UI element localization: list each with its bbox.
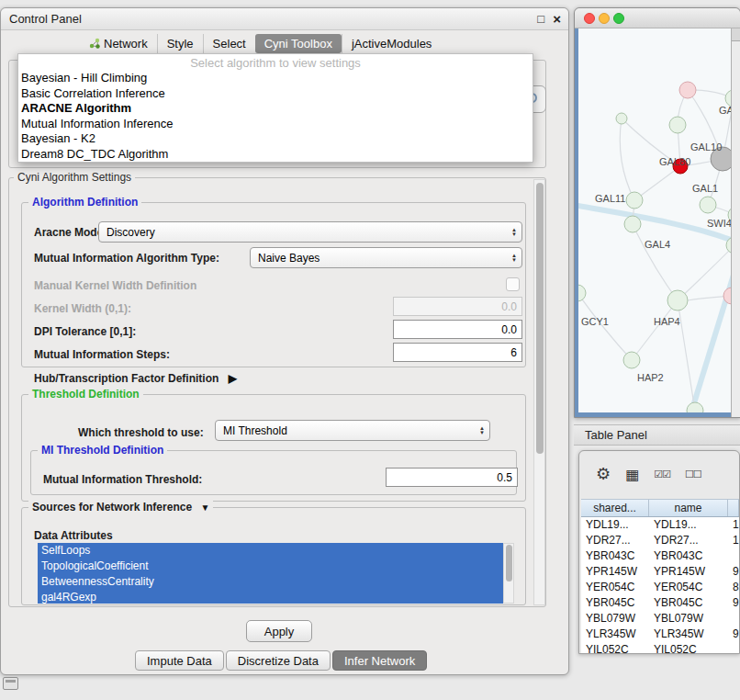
table-row[interactable]: YBR045C YBR045C 9. xyxy=(581,595,739,611)
which-threshold-select[interactable]: MI Threshold ▲▼ xyxy=(215,420,490,441)
network-node[interactable] xyxy=(626,192,643,209)
settings-scrollbar-thumb[interactable] xyxy=(536,183,544,454)
network-edge xyxy=(632,300,678,360)
collapse-arrow-icon: ▼ xyxy=(200,502,209,513)
node-label: SWI4 xyxy=(707,218,731,229)
panel-toggle-icon[interactable] xyxy=(3,677,18,690)
attribute-item-selected[interactable]: BetweennessCentrality xyxy=(38,574,503,590)
network-view-window: GAL80 GAL10 GAL11 GAL1 SWI4 GAL4 GCY1 HA… xyxy=(574,7,740,418)
table-header-row: shared... name xyxy=(581,499,739,517)
control-panel-titlebar: Control Panel □ × xyxy=(1,8,568,30)
table-row[interactable]: YER054C YER054C 8. xyxy=(581,580,739,595)
network-node[interactable] xyxy=(623,352,640,368)
tab-style[interactable]: Style xyxy=(157,34,203,53)
cell-shared-name: YBL079W xyxy=(581,611,649,627)
network-node[interactable] xyxy=(667,290,688,310)
minimize-button[interactable] xyxy=(599,13,610,24)
hub-section-toggle[interactable]: Hub/Transcription Factor Definition ▶ xyxy=(34,372,237,385)
network-graph: GAL80 GAL10 GAL11 GAL1 SWI4 GAL4 GCY1 HA… xyxy=(578,28,731,412)
algorithm-option[interactable]: Dream8 DC_TDC Algorithm xyxy=(20,147,531,163)
cell-value: 13 xyxy=(728,517,739,533)
expand-arrow-icon: ▶ xyxy=(229,372,237,385)
gear-icon[interactable]: ⚙ xyxy=(596,464,611,484)
cell-name: YLR345W xyxy=(649,627,728,642)
column-header[interactable]: shared... xyxy=(581,500,649,516)
sources-section-toggle[interactable]: Sources for Network Inference ▼ xyxy=(28,501,213,514)
tab-label: jActiveModules xyxy=(352,37,432,51)
attribute-item-selected[interactable]: SelfLoops xyxy=(38,543,503,559)
tab-impute-data[interactable]: Impute Data xyxy=(135,650,224,671)
cell-value xyxy=(728,642,739,653)
network-scrollbar-button[interactable] xyxy=(732,28,740,41)
attribute-item-selected[interactable]: gal4RGexp xyxy=(38,590,503,604)
mi-threshold-value: 0.5 xyxy=(497,471,512,484)
tab-label: Network xyxy=(104,37,148,51)
data-attributes-label: Data Attributes xyxy=(34,529,113,542)
close-icon[interactable]: × xyxy=(553,8,561,30)
column-header[interactable]: name xyxy=(649,500,728,516)
tab-label: Impute Data xyxy=(147,654,212,668)
mi-steps-field[interactable]: 6 xyxy=(393,343,522,362)
attribute-item-selected[interactable]: TopologicalCoefficient xyxy=(38,559,503,574)
cell-value: 9. xyxy=(728,627,739,642)
zoom-button[interactable] xyxy=(613,13,624,24)
node-label: GCY1 xyxy=(581,316,609,327)
manual-kernel-checkbox[interactable] xyxy=(506,277,520,291)
network-node[interactable] xyxy=(578,285,586,301)
table-row[interactable]: YDR27... YDR27... 12 xyxy=(581,533,739,548)
node-label: GAL80 xyxy=(659,156,690,167)
column-header[interactable] xyxy=(728,500,739,516)
table-row[interactable]: YBR043C YBR043C xyxy=(581,548,739,564)
table-row[interactable]: YPR145W YPR145W 9. xyxy=(581,564,739,580)
algorithm-option[interactable]: Mutual Information Inference xyxy=(20,117,531,132)
attributes-scrollbar-thumb[interactable] xyxy=(506,545,512,581)
table-row[interactable]: YIL052C YIL052C xyxy=(581,642,739,653)
algorithm-option[interactable]: Basic Correlation Inference xyxy=(20,86,531,102)
aracne-mode-select[interactable]: Discovery ▲▼ xyxy=(98,221,522,243)
network-node[interactable] xyxy=(679,82,696,98)
table-panel-window: ⚙ ▦ ☑☑ ☐☐ shared... name YDL19... YDL19.… xyxy=(578,450,740,654)
cell-name: YBR045C xyxy=(649,595,728,611)
network-node[interactable] xyxy=(616,113,627,124)
network-canvas[interactable]: GAL80 GAL10 GAL11 GAL1 SWI4 GAL4 GCY1 HA… xyxy=(578,28,731,412)
network-scrollbar[interactable] xyxy=(731,28,740,417)
node-label: GAL4 xyxy=(645,239,670,250)
node-label: GAL10 xyxy=(690,141,722,152)
kernel-width-field[interactable]: 0.0 xyxy=(393,297,522,316)
attributes-scrollbar[interactable] xyxy=(503,543,514,604)
dpi-tolerance-value: 0.0 xyxy=(501,323,517,336)
tab-cyni-toolbox[interactable]: Cyni Toolbox xyxy=(255,34,342,53)
tab-network[interactable]: Network xyxy=(80,34,157,53)
manual-kernel-label: Manual Kernel Width Definition xyxy=(34,279,196,292)
tab-jactivemodules[interactable]: jActiveModules xyxy=(342,34,441,53)
table-row[interactable]: YDL19... YDL19... 13 xyxy=(581,517,739,533)
which-threshold-value: MI Threshold xyxy=(223,424,287,437)
network-node[interactable] xyxy=(669,117,686,133)
dpi-tolerance-field[interactable]: 0.0 xyxy=(393,320,522,339)
mi-algorithm-type-select[interactable]: Naive Bayes ▲▼ xyxy=(250,247,522,268)
table-row[interactable]: YLR345W YLR345W 9. xyxy=(581,627,739,642)
network-node[interactable] xyxy=(700,197,716,213)
cyni-settings-title: Cyni Algorithm Settings xyxy=(14,171,135,184)
algorithm-option[interactable]: Bayesian - K2 xyxy=(20,131,531,147)
unselect-all-columns-icon[interactable]: ☐☐ xyxy=(685,469,701,480)
node-label: HAP2 xyxy=(637,372,664,383)
algorithm-option[interactable]: Bayesian - Hill Climbing xyxy=(20,71,531,86)
table-row[interactable]: YBL079W YBL079W xyxy=(581,611,739,627)
minimize-icon[interactable]: □ xyxy=(537,8,544,30)
mi-threshold-field[interactable]: 0.5 xyxy=(386,468,518,487)
tab-infer-network[interactable]: Infer Network xyxy=(332,650,427,671)
apply-button[interactable]: Apply xyxy=(246,620,312,642)
settings-scrollbar[interactable] xyxy=(533,179,545,605)
select-all-columns-icon[interactable]: ☑☑ xyxy=(654,469,670,480)
cell-name: YPR145W xyxy=(649,564,728,580)
tab-discretize-data[interactable]: Discretize Data xyxy=(226,650,331,671)
network-node[interactable] xyxy=(624,216,641,232)
close-button[interactable] xyxy=(584,13,595,24)
algorithm-option-selected[interactable]: ARACNE Algorithm xyxy=(20,101,531,117)
tab-select[interactable]: Select xyxy=(203,34,255,53)
apply-button-label: Apply xyxy=(264,625,295,638)
network-node[interactable] xyxy=(687,402,703,412)
columns-icon[interactable]: ▦ xyxy=(625,466,639,483)
control-panel-tab-bar: Network Style Select Cyni Toolbox jActiv… xyxy=(80,33,441,53)
